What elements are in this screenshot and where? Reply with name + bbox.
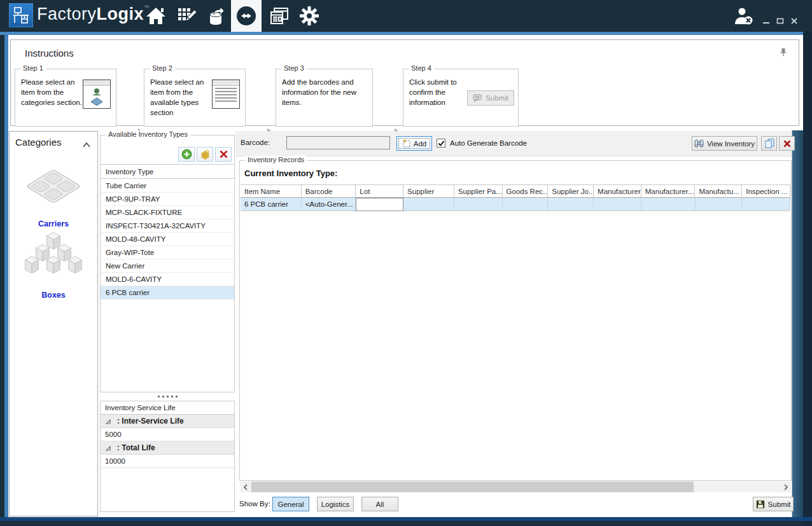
step1-thumbnail-image	[83, 80, 111, 109]
service-life-header: Inventory Service Life	[101, 401, 234, 415]
service-life-group-label: : Inter-Service Life	[117, 417, 184, 426]
filter-button-general[interactable]: General	[272, 497, 309, 511]
delete-type-button[interactable]	[215, 147, 232, 162]
frame-right	[803, 32, 812, 526]
app-window: FactoryLogix™	[0, 0, 812, 526]
step4-box: Step 4 Click submit to confirm the infor…	[403, 69, 519, 127]
collapse-triangle-icon	[106, 446, 111, 451]
column-header[interactable]: Supplier Pa...	[454, 184, 503, 198]
inventory-type-item[interactable]: INSPECT-T30421A-32CAVITY	[101, 219, 234, 233]
add-new-icon	[402, 139, 410, 148]
service-life-value-inter[interactable]: 5000	[101, 428, 234, 441]
table-cell[interactable]	[742, 198, 790, 211]
splitter-handle[interactable]	[100, 393, 235, 400]
barcode-label: Barcode:	[241, 139, 270, 146]
delete-x-icon	[219, 149, 228, 159]
horizontal-scrollbar[interactable]	[240, 481, 791, 492]
table-cell[interactable]	[403, 198, 454, 211]
submit-button[interactable]: Submit	[753, 497, 794, 511]
column-header[interactable]: Manufacturer...	[641, 184, 696, 198]
service-life-group-total[interactable]: : Total Life	[101, 441, 234, 455]
inventory-type-column-header[interactable]: Inventory Type	[101, 165, 234, 179]
service-life-group-label: : Total Life	[117, 443, 155, 452]
available-types-toolbar	[101, 135, 234, 165]
table-cell[interactable]	[594, 198, 641, 211]
copy-pages-icon	[764, 138, 774, 149]
column-header[interactable]: Lot	[356, 184, 403, 198]
user-logout-icon[interactable]	[733, 6, 756, 28]
inventory-type-item[interactable]: Gray-WIP-Tote	[101, 246, 234, 260]
scroll-right-button[interactable]	[780, 481, 791, 492]
column-header[interactable]: Item Name	[241, 184, 302, 198]
category-label-carriers: Carriers	[10, 219, 97, 228]
table-row[interactable]: 6 PCB carrier<Auto-Gener...	[241, 198, 790, 211]
inventory-type-item[interactable]: MOLD-48-CAVITY	[101, 233, 234, 246]
collapse-chevron-icon[interactable]	[82, 139, 91, 151]
view-inventory-button[interactable]: View Inventory	[692, 136, 757, 151]
nav-settings-icon[interactable]	[295, 0, 323, 32]
collapse-triangle-icon	[106, 419, 111, 424]
table-cell[interactable]	[696, 198, 743, 211]
step2-text: Please select an item from the available…	[150, 77, 214, 118]
nav-documents-icon[interactable]	[266, 0, 293, 32]
table-cell[interactable]: <Auto-Gener...	[302, 198, 356, 211]
step2-thumbnail-image	[212, 80, 240, 109]
inventory-type-item[interactable]: Tube Carrier	[101, 179, 234, 193]
service-life-value-total[interactable]: 10000	[101, 455, 234, 468]
column-header[interactable]: Supplier Jo...	[548, 184, 594, 198]
column-header[interactable]: Goods Rec...	[503, 184, 549, 198]
add-plus-icon	[181, 149, 192, 160]
add-type-button[interactable]	[178, 147, 195, 162]
add-button[interactable]: Add	[396, 136, 432, 151]
maximize-button[interactable]	[775, 17, 785, 25]
step4-submit-button[interactable]: Submit	[467, 90, 514, 106]
category-label-boxes: Boxes	[10, 291, 97, 300]
column-header[interactable]: Manufacturer	[594, 184, 641, 198]
scrollbar-thumb[interactable]	[251, 481, 694, 492]
table-cell[interactable]	[641, 198, 696, 211]
step4-text: Click submit to confirm the information	[409, 77, 468, 107]
titlebar: FactoryLogix™	[0, 0, 812, 32]
clear-button[interactable]	[779, 136, 795, 151]
column-header[interactable]: Inspection ...	[742, 184, 790, 198]
frame-right-inner-strip	[792, 130, 803, 517]
table-cell[interactable]	[503, 198, 549, 211]
step3-box: Step 3 Add the barcodes and information …	[276, 69, 373, 127]
nav-production-icon[interactable]	[173, 0, 200, 32]
nav-materials-icon[interactable]	[202, 0, 229, 32]
inventory-type-item[interactable]: MCP-SLACK-FIXTURE	[101, 206, 234, 219]
barcode-input[interactable]	[286, 136, 390, 149]
copy-button[interactable]	[761, 136, 777, 151]
filter-button-all[interactable]: All	[361, 497, 398, 511]
filter-button-logistics[interactable]: Logistics	[317, 497, 354, 511]
column-header[interactable]: Manufactu...	[695, 184, 742, 198]
table-cell[interactable]	[454, 198, 503, 211]
binoculars-icon	[694, 139, 704, 148]
nav-home-icon[interactable]	[143, 0, 169, 32]
customize-type-button[interactable]	[197, 147, 213, 162]
column-header[interactable]: Supplier	[403, 184, 454, 198]
show-by-label: Show By:	[239, 500, 270, 508]
categories-title: Categories	[15, 137, 62, 148]
minimize-button[interactable]	[761, 17, 771, 25]
inventory-type-item[interactable]: New Carrier	[101, 260, 234, 273]
close-button[interactable]	[789, 17, 799, 25]
column-header[interactable]: Barcode	[302, 184, 356, 198]
step4-submit-label: Submit	[486, 94, 508, 102]
nav-transfers-icon[interactable]	[231, 0, 262, 32]
step1-box: Step 1 Please select an item from the ca…	[15, 69, 116, 127]
auto-generate-label: Auto Generate Barcode	[450, 139, 527, 147]
table-cell[interactable]: 6 PCB carrier	[241, 198, 302, 211]
table-cell[interactable]	[356, 198, 403, 211]
inventory-type-item[interactable]: MCP-9UP-TRAY	[101, 193, 234, 206]
current-inventory-type-label: Current Inventory Type:	[244, 169, 337, 178]
service-life-group-inter[interactable]: : Inter-Service Life	[101, 415, 234, 428]
auto-generate-checkbox[interactable]	[437, 139, 445, 148]
inventory-type-item[interactable]: MOLD-6-CAVITY	[101, 273, 234, 286]
category-item-carriers[interactable]: Carriers	[10, 160, 97, 228]
table-cell[interactable]	[548, 198, 594, 211]
category-item-boxes[interactable]: Boxes	[10, 228, 97, 300]
inventory-type-item[interactable]: 6 PCB carrier	[101, 286, 234, 300]
scroll-left-button[interactable]	[240, 481, 251, 492]
pin-icon[interactable]	[780, 48, 787, 59]
